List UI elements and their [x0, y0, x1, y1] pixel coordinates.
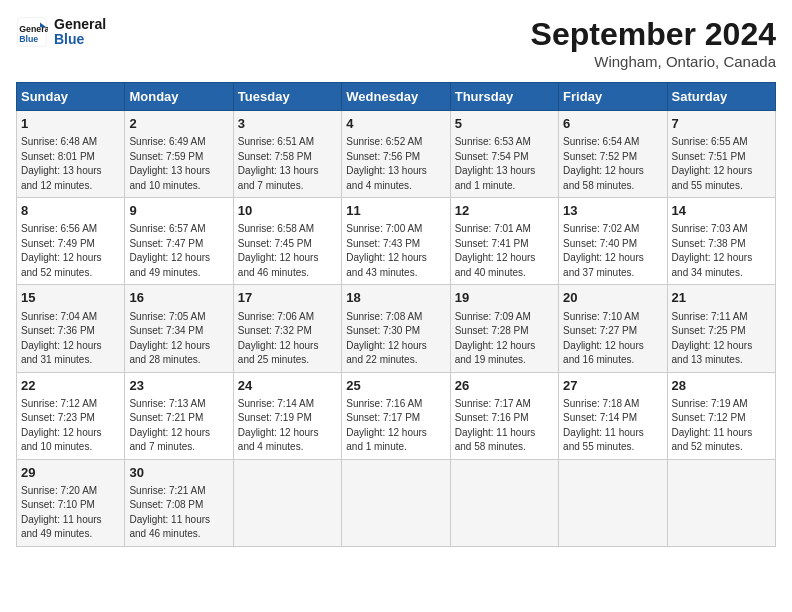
day-number: 18 [346, 289, 445, 307]
day-cell: 24Sunrise: 7:14 AM Sunset: 7:19 PM Dayli… [233, 372, 341, 459]
day-number: 7 [672, 115, 771, 133]
day-number: 13 [563, 202, 662, 220]
day-number: 9 [129, 202, 228, 220]
day-info: Sunrise: 7:11 AM Sunset: 7:25 PM Dayligh… [672, 310, 771, 368]
day-cell [233, 459, 341, 546]
day-info: Sunrise: 7:06 AM Sunset: 7:32 PM Dayligh… [238, 310, 337, 368]
day-number: 15 [21, 289, 120, 307]
day-number: 1 [21, 115, 120, 133]
day-info: Sunrise: 7:17 AM Sunset: 7:16 PM Dayligh… [455, 397, 554, 455]
day-info: Sunrise: 7:13 AM Sunset: 7:21 PM Dayligh… [129, 397, 228, 455]
day-cell: 8Sunrise: 6:56 AM Sunset: 7:49 PM Daylig… [17, 198, 125, 285]
header-wednesday: Wednesday [342, 83, 450, 111]
day-info: Sunrise: 6:48 AM Sunset: 8:01 PM Dayligh… [21, 135, 120, 193]
day-cell [667, 459, 775, 546]
day-number: 4 [346, 115, 445, 133]
day-number: 19 [455, 289, 554, 307]
day-cell: 23Sunrise: 7:13 AM Sunset: 7:21 PM Dayli… [125, 372, 233, 459]
day-cell: 30Sunrise: 7:21 AM Sunset: 7:08 PM Dayli… [125, 459, 233, 546]
header-monday: Monday [125, 83, 233, 111]
day-info: Sunrise: 7:01 AM Sunset: 7:41 PM Dayligh… [455, 222, 554, 280]
day-info: Sunrise: 6:54 AM Sunset: 7:52 PM Dayligh… [563, 135, 662, 193]
title-block: September 2024 Wingham, Ontario, Canada [531, 16, 776, 70]
day-info: Sunrise: 6:56 AM Sunset: 7:49 PM Dayligh… [21, 222, 120, 280]
day-number: 28 [672, 377, 771, 395]
day-info: Sunrise: 7:14 AM Sunset: 7:19 PM Dayligh… [238, 397, 337, 455]
day-cell [450, 459, 558, 546]
day-cell: 2Sunrise: 6:49 AM Sunset: 7:59 PM Daylig… [125, 111, 233, 198]
day-number: 29 [21, 464, 120, 482]
day-info: Sunrise: 6:58 AM Sunset: 7:45 PM Dayligh… [238, 222, 337, 280]
week-row-1: 1Sunrise: 6:48 AM Sunset: 8:01 PM Daylig… [17, 111, 776, 198]
day-number: 30 [129, 464, 228, 482]
location: Wingham, Ontario, Canada [531, 53, 776, 70]
day-cell: 27Sunrise: 7:18 AM Sunset: 7:14 PM Dayli… [559, 372, 667, 459]
day-cell: 3Sunrise: 6:51 AM Sunset: 7:58 PM Daylig… [233, 111, 341, 198]
day-cell: 18Sunrise: 7:08 AM Sunset: 7:30 PM Dayli… [342, 285, 450, 372]
day-info: Sunrise: 6:53 AM Sunset: 7:54 PM Dayligh… [455, 135, 554, 193]
day-info: Sunrise: 7:10 AM Sunset: 7:27 PM Dayligh… [563, 310, 662, 368]
day-info: Sunrise: 7:02 AM Sunset: 7:40 PM Dayligh… [563, 222, 662, 280]
week-row-3: 15Sunrise: 7:04 AM Sunset: 7:36 PM Dayli… [17, 285, 776, 372]
week-row-2: 8Sunrise: 6:56 AM Sunset: 7:49 PM Daylig… [17, 198, 776, 285]
day-number: 5 [455, 115, 554, 133]
day-cell: 4Sunrise: 6:52 AM Sunset: 7:56 PM Daylig… [342, 111, 450, 198]
calendar-body: 1Sunrise: 6:48 AM Sunset: 8:01 PM Daylig… [17, 111, 776, 547]
week-row-4: 22Sunrise: 7:12 AM Sunset: 7:23 PM Dayli… [17, 372, 776, 459]
day-info: Sunrise: 7:20 AM Sunset: 7:10 PM Dayligh… [21, 484, 120, 542]
header-tuesday: Tuesday [233, 83, 341, 111]
day-info: Sunrise: 7:21 AM Sunset: 7:08 PM Dayligh… [129, 484, 228, 542]
calendar-header-row: SundayMondayTuesdayWednesdayThursdayFrid… [17, 83, 776, 111]
day-number: 14 [672, 202, 771, 220]
day-cell: 5Sunrise: 6:53 AM Sunset: 7:54 PM Daylig… [450, 111, 558, 198]
day-number: 25 [346, 377, 445, 395]
day-info: Sunrise: 6:57 AM Sunset: 7:47 PM Dayligh… [129, 222, 228, 280]
svg-text:Blue: Blue [19, 34, 38, 44]
day-cell [342, 459, 450, 546]
day-info: Sunrise: 7:09 AM Sunset: 7:28 PM Dayligh… [455, 310, 554, 368]
day-number: 21 [672, 289, 771, 307]
day-info: Sunrise: 7:04 AM Sunset: 7:36 PM Dayligh… [21, 310, 120, 368]
day-cell: 16Sunrise: 7:05 AM Sunset: 7:34 PM Dayli… [125, 285, 233, 372]
day-number: 26 [455, 377, 554, 395]
day-cell: 14Sunrise: 7:03 AM Sunset: 7:38 PM Dayli… [667, 198, 775, 285]
day-info: Sunrise: 7:19 AM Sunset: 7:12 PM Dayligh… [672, 397, 771, 455]
day-info: Sunrise: 6:55 AM Sunset: 7:51 PM Dayligh… [672, 135, 771, 193]
day-number: 6 [563, 115, 662, 133]
day-info: Sunrise: 6:51 AM Sunset: 7:58 PM Dayligh… [238, 135, 337, 193]
header-saturday: Saturday [667, 83, 775, 111]
day-number: 17 [238, 289, 337, 307]
week-row-5: 29Sunrise: 7:20 AM Sunset: 7:10 PM Dayli… [17, 459, 776, 546]
header-sunday: Sunday [17, 83, 125, 111]
day-info: Sunrise: 7:05 AM Sunset: 7:34 PM Dayligh… [129, 310, 228, 368]
day-info: Sunrise: 7:03 AM Sunset: 7:38 PM Dayligh… [672, 222, 771, 280]
day-cell: 9Sunrise: 6:57 AM Sunset: 7:47 PM Daylig… [125, 198, 233, 285]
day-cell: 1Sunrise: 6:48 AM Sunset: 8:01 PM Daylig… [17, 111, 125, 198]
month-title: September 2024 [531, 16, 776, 53]
day-number: 16 [129, 289, 228, 307]
day-number: 11 [346, 202, 445, 220]
day-number: 8 [21, 202, 120, 220]
day-number: 20 [563, 289, 662, 307]
day-info: Sunrise: 7:12 AM Sunset: 7:23 PM Dayligh… [21, 397, 120, 455]
day-cell: 22Sunrise: 7:12 AM Sunset: 7:23 PM Dayli… [17, 372, 125, 459]
day-info: Sunrise: 7:08 AM Sunset: 7:30 PM Dayligh… [346, 310, 445, 368]
day-cell: 10Sunrise: 6:58 AM Sunset: 7:45 PM Dayli… [233, 198, 341, 285]
day-number: 10 [238, 202, 337, 220]
day-number: 23 [129, 377, 228, 395]
day-cell: 13Sunrise: 7:02 AM Sunset: 7:40 PM Dayli… [559, 198, 667, 285]
logo-icon: General Blue [16, 16, 48, 48]
header-friday: Friday [559, 83, 667, 111]
day-number: 3 [238, 115, 337, 133]
day-number: 12 [455, 202, 554, 220]
day-cell: 15Sunrise: 7:04 AM Sunset: 7:36 PM Dayli… [17, 285, 125, 372]
day-cell: 20Sunrise: 7:10 AM Sunset: 7:27 PM Dayli… [559, 285, 667, 372]
day-cell: 25Sunrise: 7:16 AM Sunset: 7:17 PM Dayli… [342, 372, 450, 459]
calendar-table: SundayMondayTuesdayWednesdayThursdayFrid… [16, 82, 776, 547]
day-cell: 29Sunrise: 7:20 AM Sunset: 7:10 PM Dayli… [17, 459, 125, 546]
day-cell: 11Sunrise: 7:00 AM Sunset: 7:43 PM Dayli… [342, 198, 450, 285]
day-info: Sunrise: 7:16 AM Sunset: 7:17 PM Dayligh… [346, 397, 445, 455]
day-info: Sunrise: 7:18 AM Sunset: 7:14 PM Dayligh… [563, 397, 662, 455]
day-number: 2 [129, 115, 228, 133]
day-cell: 19Sunrise: 7:09 AM Sunset: 7:28 PM Dayli… [450, 285, 558, 372]
